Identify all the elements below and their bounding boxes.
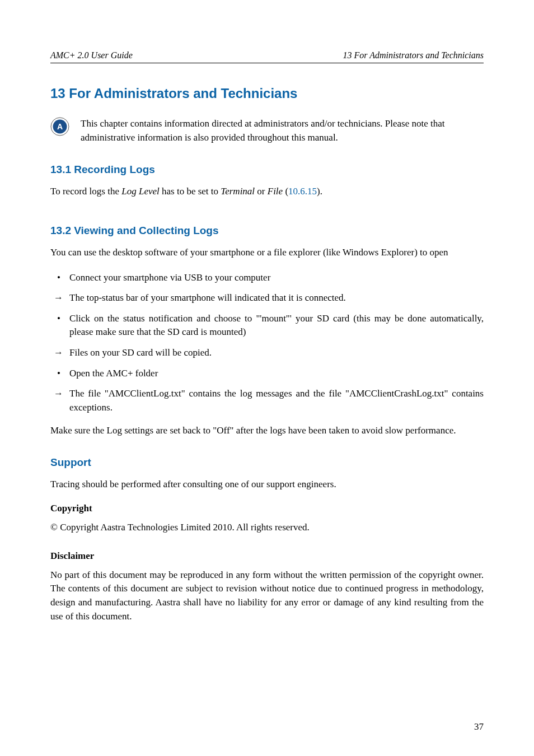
step-list: • Connect your smartphone via USB to you… — [50, 271, 484, 415]
list-item: • Connect your smartphone via USB to you… — [69, 271, 484, 285]
intro-block: A This chapter contains information dire… — [50, 117, 484, 144]
paragraph-13-1: To record logs the Log Level has to be s… — [50, 185, 484, 199]
heading-13-1: 13.1 Recording Logs — [50, 164, 484, 176]
bullet-icon: • — [57, 312, 60, 326]
text-italic: Log Level — [121, 186, 160, 197]
list-item-text: Files on your SD card will be copied. — [69, 347, 212, 358]
list-item: • Click on the status notification and c… — [69, 312, 484, 339]
text-italic: Terminal — [221, 186, 255, 197]
paragraph-support: Tracing should be performed after consul… — [50, 478, 484, 492]
bullet-icon: • — [57, 271, 60, 285]
list-item: • Open the AMC+ folder — [69, 367, 484, 381]
section-title: 13 For Administrators and Technicians — [50, 86, 484, 101]
list-item-text: Open the AMC+ folder — [69, 368, 158, 379]
paragraph-13-2-intro: You can use the desktop software of your… — [50, 246, 484, 260]
list-item-text: The file "AMCClientLog.txt" contains the… — [69, 388, 484, 413]
list-item: → The file "AMCClientLog.txt" contains t… — [69, 387, 484, 414]
list-item: → The top-status bar of your smartphone … — [69, 291, 484, 305]
list-item-text: The top-status bar of your smartphone wi… — [69, 292, 346, 303]
text: ). — [317, 186, 322, 197]
arrow-icon: → — [54, 387, 63, 401]
bullet-icon: • — [57, 367, 60, 381]
paragraph-13-2-outro: Make sure the Log settings are set back … — [50, 424, 484, 438]
heading-support: Support — [50, 456, 484, 469]
heading-13-2: 13.2 Viewing and Collecting Logs — [50, 225, 484, 237]
intro-text: This chapter contains information direct… — [81, 117, 484, 144]
arrow-icon: → — [54, 291, 63, 305]
cross-ref-link[interactable]: 10.6.15 — [288, 186, 317, 197]
paragraph-copyright: © Copyright Aastra Technologies Limited … — [50, 521, 484, 535]
header-right: 13 For Administrators and Technicians — [343, 50, 484, 60]
list-item-text: Connect your smartphone via USB to your … — [69, 272, 270, 283]
text-italic: File — [268, 186, 283, 197]
running-header: AMC+ 2.0 User Guide 13 For Administrator… — [50, 50, 484, 63]
admin-badge-icon: A — [50, 117, 69, 136]
text: To record logs the — [50, 186, 121, 197]
list-item-text: Click on the status notification and cho… — [69, 313, 484, 338]
list-item: → Files on your SD card will be copied. — [69, 346, 484, 360]
text: or — [255, 186, 268, 197]
paragraph-disclaimer: No part of this document may be reproduc… — [50, 568, 484, 624]
svg-text:A: A — [57, 122, 63, 131]
heading-disclaimer: Disclaimer — [50, 550, 484, 562]
arrow-icon: → — [54, 346, 63, 360]
heading-copyright: Copyright — [50, 503, 484, 514]
header-left: AMC+ 2.0 User Guide — [50, 50, 133, 60]
text: ( — [283, 186, 288, 197]
page: AMC+ 2.0 User Guide 13 For Administrator… — [0, 0, 534, 756]
text: has to be set to — [160, 186, 221, 197]
page-number: 37 — [474, 721, 484, 732]
